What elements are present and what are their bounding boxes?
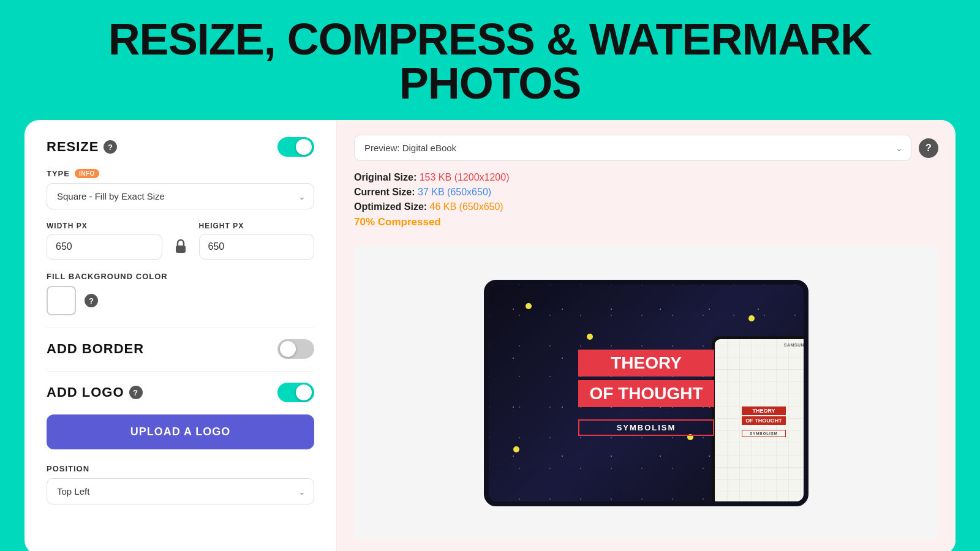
ebook-preview: THEORY OF THOUGHT SYMBOLISM SAMSUNG THEO… (354, 246, 938, 540)
position-select-wrapper: Top Left Top Center Top Right Bottom Lef… (47, 478, 314, 504)
resize-section-header: RESIZE ? (47, 137, 314, 157)
height-input[interactable] (199, 234, 315, 260)
preview-image-area: THEORY OF THOUGHT SYMBOLISM SAMSUNG THEO… (354, 246, 938, 540)
fill-bg-help-icon[interactable]: ? (85, 294, 98, 307)
position-group: POSITION Top Left Top Center Top Right B… (47, 464, 314, 504)
resize-label: RESIZE (47, 139, 99, 155)
add-logo-help-icon[interactable]: ? (129, 386, 143, 399)
optimized-size-line: Optimized Size: 46 KB (650x650) (354, 201, 938, 212)
phone-book-title: THEORY OF THOUGHT SYMBOLISM (742, 407, 786, 437)
upload-logo-button[interactable]: UPLOAD A LOGO (47, 414, 314, 449)
phone-thought-label: OF THOUGHT (742, 416, 786, 425)
dimensions-row: WIDTH PX HEIGHT PX (47, 222, 314, 260)
type-select-wrapper: Square - Fill by Exact Size Landscape Po… (47, 183, 314, 209)
page-header: RESIZE, COMPRESS & WATERMARK PHOTOS (0, 0, 980, 120)
add-logo-label: ADD LOGO (47, 384, 124, 400)
phone-symbolism-badge: SYMBOLISM (742, 430, 786, 437)
fill-bg-group: FILL BACKGROUND COLOR ? (47, 272, 314, 315)
width-group: WIDTH PX (47, 222, 162, 260)
main-container: RESIZE ? TYPE INFO Square - Fill by Exac… (24, 120, 956, 551)
position-label: POSITION (47, 464, 314, 473)
svg-rect-0 (176, 246, 186, 253)
type-label-text: TYPE (47, 169, 70, 178)
add-border-toggle[interactable] (277, 339, 314, 359)
theory-label: THEORY (578, 350, 714, 377)
compressed-label: 70% Compressed (354, 216, 938, 228)
book-title: THEORY OF THOUGHT SYMBOLISM (578, 350, 714, 436)
samsung-label: SAMSUNG (784, 343, 808, 347)
fill-bg-label: FILL BACKGROUND COLOR (47, 272, 314, 281)
left-panel: RESIZE ? TYPE INFO Square - Fill by Exac… (24, 120, 337, 551)
original-size-line: Original Size: 153 KB (1200x1200) (354, 172, 938, 183)
original-size-label: Original Size: (354, 172, 417, 182)
optimized-size-value: 46 KB (650x650) (430, 201, 503, 212)
preview-help-icon[interactable]: ? (919, 138, 938, 158)
preview-select-wrapper: Preview: Digital eBook Preview: Social M… (354, 135, 911, 161)
symbolism-badge: SYMBOLISM (578, 419, 714, 436)
width-label: WIDTH PX (47, 222, 162, 230)
type-label: TYPE INFO (47, 169, 314, 178)
original-size-value: 153 KB (1200x1200) (420, 172, 510, 182)
add-logo-section: ADD LOGO ? (47, 383, 314, 402)
preview-select[interactable]: Preview: Digital eBook Preview: Social M… (354, 135, 911, 161)
add-border-title: ADD BORDER (47, 341, 144, 357)
phone-theory-label: THEORY (742, 407, 786, 415)
fill-bg-color-swatch[interactable] (47, 286, 76, 315)
phone-screen: SAMSUNG THEORY OF THOUGHT SYMBOLISM (715, 339, 809, 504)
current-size-line: Current Size: 37 KB (650x650) (354, 187, 938, 198)
resize-help-icon[interactable]: ? (104, 140, 117, 154)
add-border-toggle-thumb (280, 341, 296, 357)
add-border-section: ADD BORDER (47, 339, 314, 359)
add-border-label: ADD BORDER (47, 341, 144, 357)
add-logo-toggle[interactable] (277, 383, 314, 402)
dot-2 (587, 334, 593, 340)
current-size-label: Current Size: (354, 187, 415, 197)
current-size-value: 37 KB (650x650) (418, 187, 491, 197)
type-group: TYPE INFO Square - Fill by Exact Size La… (47, 169, 314, 209)
optimized-size-label: Optimized Size: (354, 201, 427, 212)
position-select[interactable]: Top Left Top Center Top Right Bottom Lef… (47, 478, 314, 504)
dot-1 (526, 303, 532, 309)
add-logo-toggle-thumb (296, 384, 312, 400)
tablet-mockup: THEORY OF THOUGHT SYMBOLISM SAMSUNG THEO… (484, 280, 809, 506)
resize-toggle[interactable] (277, 137, 314, 157)
type-info-badge[interactable]: INFO (75, 169, 99, 178)
width-input[interactable] (47, 234, 162, 260)
dot-4 (513, 446, 519, 452)
stats-block: Original Size: 153 KB (1200x1200) Curren… (354, 172, 938, 237)
page-title: RESIZE, COMPRESS & WATERMARK PHOTOS (24, 17, 956, 105)
height-label: HEIGHT PX (199, 222, 315, 230)
fill-bg-row: ? (47, 286, 314, 315)
add-logo-title: ADD LOGO ? (47, 384, 143, 400)
type-select[interactable]: Square - Fill by Exact Size Landscape Po… (47, 183, 314, 209)
height-group: HEIGHT PX (199, 222, 315, 260)
thought-label: OF THOUGHT (578, 380, 714, 407)
dot-3 (748, 315, 755, 321)
preview-bar: Preview: Digital eBook Preview: Social M… (354, 135, 938, 161)
right-panel: Preview: Digital eBook Preview: Social M… (337, 120, 956, 551)
resize-toggle-thumb (296, 139, 312, 155)
phone-mockup: SAMSUNG THEORY OF THOUGHT SYMBOLISM (712, 336, 809, 506)
lock-icon[interactable] (170, 235, 192, 257)
resize-title: RESIZE ? (47, 139, 117, 155)
